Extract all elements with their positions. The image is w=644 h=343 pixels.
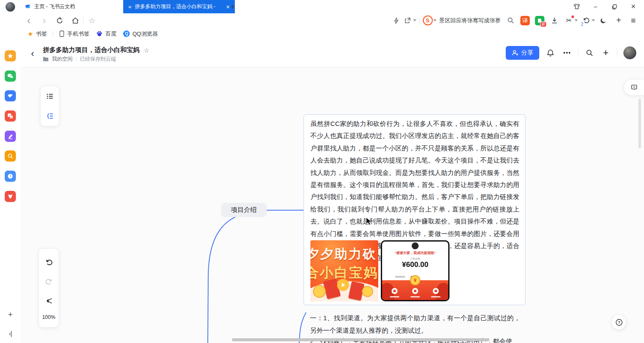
bookmark-page-button[interactable]: ☆ [86, 15, 97, 26]
doc-add-button[interactable]: + [601, 48, 611, 58]
app-icon-label [410, 296, 420, 297]
bookmark-label: 百度 [105, 30, 116, 38]
hotword-caret[interactable] [433, 19, 437, 21]
bookmark-mobile[interactable]: 手机书签 [56, 30, 93, 38]
extension-button[interactable]: 新 [534, 15, 545, 26]
close-window-button[interactable]: × [629, 3, 637, 11]
redo-button[interactable] [43, 276, 55, 288]
promo-image[interactable]: 夕夕助力砍 合小白宝妈 [310, 240, 378, 301]
app-rail: A + ‹| [0, 40, 21, 343]
outline-view-button[interactable] [44, 90, 56, 102]
rail-pdf-button[interactable] [5, 191, 16, 202]
restore-button[interactable] [611, 3, 618, 11]
person-plus-icon [512, 49, 519, 56]
mindmap-view-button[interactable] [44, 110, 56, 122]
history-caret[interactable] [592, 19, 595, 21]
home-button[interactable] [70, 15, 81, 26]
rail-favorites-button[interactable] [5, 50, 16, 61]
user-avatar[interactable] [623, 46, 636, 59]
more-button[interactable]: ⋯ [562, 48, 572, 58]
share-dropdown-caret[interactable] [413, 19, 416, 21]
dark-mode-button[interactable] [598, 15, 609, 26]
translate-badge: 译 [520, 16, 530, 25]
new-badge: 新 [540, 21, 547, 27]
tab-pinduoduo-doc[interactable]: « 拼多多助力项目，适合小白和宝妈 - × [123, 0, 235, 13]
bookmark-label: QQ浏览器 [132, 30, 158, 38]
rail-collapse-button[interactable]: ‹| [0, 330, 21, 337]
tab-feishu-home[interactable]: 主页 - 飞书云文档 [19, 0, 133, 13]
skin-button[interactable] [573, 3, 580, 11]
back-button[interactable]: ‹ [23, 15, 34, 26]
doc-title: 拼多多助力项目，适合小白和宝妈 [43, 46, 140, 54]
browser-menu-button[interactable]: ≡ [628, 15, 639, 26]
add-toolbar-button[interactable]: + [613, 15, 624, 26]
bird-icon [7, 93, 13, 99]
magnifier-icon [7, 153, 13, 159]
download-button[interactable] [549, 15, 560, 26]
doc-search-button[interactable] [584, 48, 595, 58]
coin-icon: ¥ [410, 275, 420, 285]
chat-bubbles-icon [7, 73, 14, 79]
horizontal-scrollbar[interactable] [232, 338, 489, 341]
rail-notes-button[interactable] [5, 131, 16, 142]
favorite-star-icon[interactable]: ☆ [144, 47, 149, 54]
browser-toolbar: ‹ › ☆ [0, 13, 644, 28]
folder-icon [43, 57, 49, 61]
search-button[interactable] [505, 15, 516, 26]
undo-button[interactable] [43, 256, 55, 268]
rail-feishu-button[interactable] [5, 90, 16, 101]
screenshot-caret[interactable] [574, 19, 578, 21]
canvas-tools-panel: 100% [39, 248, 59, 328]
new-tab-button[interactable]: + [228, 2, 238, 12]
doc-title-row: 拼多多助力项目，适合小白和宝妈 ☆ [43, 46, 149, 54]
hot-search-text[interactable]: 景区回应将张骞写成张赛 [439, 17, 501, 24]
payment-image[interactable]: “谢谢大家，我成功提现啦” 入账金额 ¥600.00 ¥ [381, 240, 450, 301]
vertical-scrollbar[interactable] [638, 99, 641, 148]
screenshot-button[interactable]: ✂ [563, 15, 574, 26]
doc-back-button[interactable]: ‹ [28, 49, 37, 59]
moon-icon [600, 17, 607, 24]
history-undo-button[interactable]: 2 [580, 15, 592, 26]
fit-arrow-icon [45, 297, 53, 305]
refresh-button[interactable] [54, 15, 65, 26]
bookmark-baidu[interactable]: 百度 [93, 30, 120, 38]
share-page-button[interactable] [402, 15, 413, 26]
mindmap-content-block[interactable]: 虽然拼CC家的助力和砍价行为，让很多人不喜欢，但也得承认，确实有不少人也真正提现… [304, 114, 526, 305]
rail-history-button[interactable] [5, 171, 16, 182]
rail-add-button[interactable]: + [0, 310, 21, 319]
node-label: 项目介绍 [231, 206, 257, 214]
sogou-hotword-button[interactable]: S [422, 15, 433, 26]
bookmark-qq-browser[interactable]: Q QQ浏览器 [120, 30, 161, 38]
doc-subtitle-row: 我的空间 已经保存到云端 [43, 55, 116, 63]
doc-space[interactable]: 我的空间 [52, 55, 73, 63]
rail-search-button[interactable] [5, 150, 16, 162]
bookmark-label: 书签 [36, 30, 47, 38]
help-button[interactable]: ? [611, 315, 626, 330]
pdf-reader-icon [7, 193, 13, 199]
translate-button[interactable]: 译 [519, 15, 531, 26]
app-icon [392, 288, 398, 294]
rail-wechat-button[interactable] [5, 70, 16, 82]
rail-translate-button[interactable]: A [5, 110, 16, 122]
share-button[interactable]: 分享 [506, 46, 539, 60]
step1-node[interactable]: 一：1、找到渠道。为大家提供两个助力渠道，有一个是自己测试过的，另外一个渠道是别… [310, 312, 520, 337]
feishu-favicon [24, 3, 31, 10]
undo-icon [45, 258, 53, 266]
app-icon [412, 288, 418, 294]
browser-profile-avatar[interactable] [6, 2, 15, 12]
forward-button[interactable]: › [39, 15, 50, 26]
mouse-cursor [366, 217, 372, 226]
notifications-button[interactable] [545, 48, 556, 58]
fit-to-node-button[interactable] [43, 295, 55, 307]
mindmap-node-intro[interactable]: 项目介绍 [221, 203, 267, 217]
restore-icon [611, 4, 617, 10]
comment-pill[interactable] [624, 79, 644, 95]
flash-button[interactable] [391, 15, 402, 26]
search-icon [507, 17, 514, 24]
bookmark-folder[interactable]: ★ 书签 [24, 30, 50, 38]
minimize-button[interactable]: − [592, 3, 599, 11]
search-icon [586, 49, 593, 57]
zoom-level[interactable]: 100% [42, 314, 55, 320]
doc-header-actions: 分享 ⋯ + [506, 45, 636, 61]
home-icon [71, 17, 79, 24]
